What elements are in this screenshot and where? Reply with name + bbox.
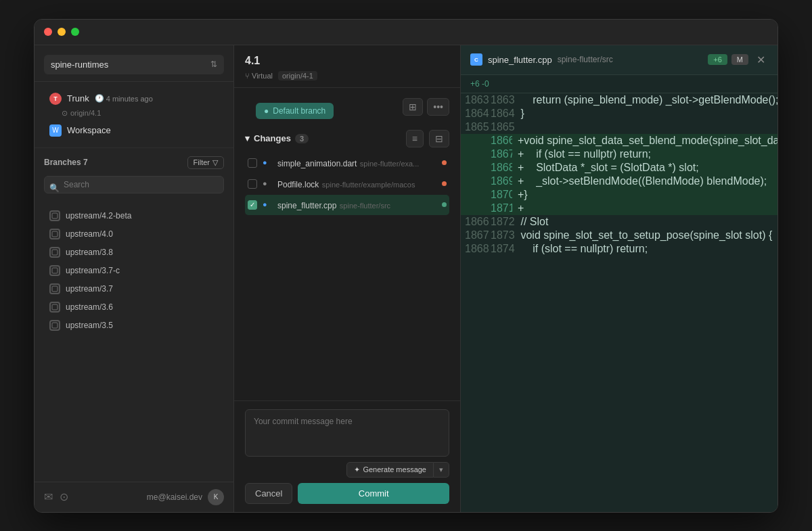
change-checkbox[interactable]: ✓ <box>248 200 257 210</box>
check-icon: ● <box>264 106 269 116</box>
mail-icon[interactable]: ✉ <box>44 490 53 503</box>
branch-item[interactable]: upstream/4.2-beta <box>44 207 224 225</box>
diff-row: 1869 + _slot->setBlendMode((BlendMode) b… <box>461 175 777 188</box>
settings-icon[interactable]: ⊙ <box>60 490 68 503</box>
generate-message-button[interactable]: ✦ Generate message <box>346 462 434 478</box>
change-checkbox[interactable] <box>248 158 257 168</box>
list-view-button[interactable]: ≡ <box>406 130 424 147</box>
maximize-button[interactable] <box>71 28 79 36</box>
middle-header: 4.1 ⑂ Virtual origin/4-1 <box>234 45 460 88</box>
diff-code: + SlotData *_slot = (SlotData *) slot; <box>512 161 777 175</box>
change-checkbox[interactable] <box>248 179 257 189</box>
change-item[interactable]: ✓ ● spine_flutter.cpp spine-flutter/src <box>245 195 449 215</box>
branch-item-label: upstream/3.8 <box>66 248 113 257</box>
diff-code <box>512 120 777 134</box>
diff-new-ln: 1870 <box>487 188 512 202</box>
change-file-info: Podfile.lock spine-flutter/example/macos <box>277 178 436 190</box>
changes-header: ▾ Changes 3 ≡ ⊟ <box>245 124 449 153</box>
branches-title: Branches 7 <box>44 158 88 167</box>
commit-actions: Cancel Commit <box>245 483 449 504</box>
svg-rect-0 <box>52 213 58 218</box>
diff-old-ln: 1866 <box>461 215 487 229</box>
collapse-icon: ▾ <box>245 133 250 143</box>
diff-row: 1863 1863 return (spine_blend_mode) _slo… <box>461 93 777 107</box>
change-filename: simple_animation.dart <box>277 159 357 168</box>
commit-message-input[interactable] <box>245 409 449 457</box>
cancel-button[interactable]: Cancel <box>245 483 292 504</box>
diff-code: +} <box>512 188 777 202</box>
default-branch-button[interactable]: ● Default branch <box>256 103 334 119</box>
branch-item[interactable]: upstream/3.8 <box>44 244 224 261</box>
commit-area: ✦ Generate message ▾ Cancel Commit <box>234 400 460 512</box>
branch-item[interactable]: upstream/3.7-c <box>44 262 224 279</box>
workspace-icon: W <box>49 124 62 137</box>
sparkle-icon: ✦ <box>354 465 360 474</box>
change-filename: spine_flutter.cpp <box>277 201 336 210</box>
branch-item[interactable]: upstream/3.7 <box>44 280 224 298</box>
branch-item-icon <box>49 283 60 294</box>
right-panel: C spine_flutter.cpp spine-flutter/src +6… <box>461 45 777 512</box>
diff-code: + _slot->setBlendMode((BlendMode) blendM… <box>512 175 777 188</box>
diff-old-ln: 1864 <box>461 107 487 120</box>
right-title: C spine_flutter.cpp spine-flutter/src <box>470 53 613 66</box>
close-button[interactable] <box>44 28 52 36</box>
diff-old-ln: 1863 <box>461 93 487 107</box>
changes-count: 3 <box>295 134 309 143</box>
svg-rect-1 <box>52 231 58 237</box>
branches-section: Branches 7 Filter ▽ 🔍 upstream/4.2-beta <box>35 148 233 482</box>
middle-panel: 4.1 ⑂ Virtual origin/4-1 ● Default branc… <box>234 45 461 512</box>
diff-row: 1871 + <box>461 202 777 215</box>
diff-filename: spine_flutter.cpp <box>488 55 552 65</box>
diff-badges: +6 M <box>708 54 748 65</box>
trunk-info: Trunk 🕐 4 minutes ago <box>67 93 153 103</box>
change-item[interactable]: ● simple_animation.dart spine-flutter/ex… <box>245 153 449 173</box>
diff-new-ln: 1874 <box>487 242 512 256</box>
generate-dropdown-button[interactable]: ▾ <box>434 462 449 478</box>
file-icon: ● <box>263 179 272 189</box>
diff-old-ln: 1867 <box>461 229 487 242</box>
commit-button[interactable]: Commit <box>298 483 449 504</box>
more-options-button[interactable]: ••• <box>427 98 449 116</box>
diff-row: 1864 1864 } <box>461 107 777 120</box>
diff-code: } <box>512 107 777 120</box>
main-content: spine-runtimes ⇅ T Trunk 🕐 4 minutes ago <box>35 45 777 512</box>
generate-row: ✦ Generate message ▾ <box>245 462 449 478</box>
trunk-item[interactable]: T Trunk 🕐 4 minutes ago <box>44 89 224 109</box>
branch-item[interactable]: upstream/3.5 <box>44 317 224 334</box>
change-filename: Podfile.lock <box>277 180 319 189</box>
diff-content[interactable]: 1863 1863 return (spine_blend_mode) _slo… <box>461 93 777 512</box>
diff-old-ln: 1868 <box>461 242 487 256</box>
search-input[interactable] <box>44 176 224 193</box>
change-item[interactable]: ● Podfile.lock spine-flutter/example/mac… <box>245 174 449 194</box>
diff-code: + if (slot == nullptr) return; <box>512 147 777 161</box>
clock-icon: 🕐 <box>95 94 104 103</box>
diff-row: 1865 1865 <box>461 120 777 134</box>
close-diff-button[interactable]: ✕ <box>754 52 768 68</box>
diff-new-ln: 1872 <box>487 215 512 229</box>
svg-rect-3 <box>52 268 58 273</box>
repo-selector[interactable]: spine-runtimes ⇅ <box>44 55 224 74</box>
diff-new-ln: 1864 <box>487 107 512 120</box>
minimize-button[interactable] <box>58 28 66 36</box>
branch-item-label: upstream/4.2-beta <box>66 211 131 221</box>
tree-view-button[interactable]: ⊟ <box>429 130 449 147</box>
workspace-item[interactable]: W Workspace <box>44 120 224 141</box>
toggle-view-button[interactable]: ⊞ <box>403 98 423 116</box>
change-status-dot <box>442 160 447 165</box>
panel-title: 4.1 <box>245 55 449 67</box>
sidebar: spine-runtimes ⇅ T Trunk 🕐 4 minutes ago <box>35 45 234 512</box>
diff-new-ln: 1867 <box>487 147 512 161</box>
filter-button[interactable]: Filter ▽ <box>187 156 224 169</box>
branch-item[interactable]: upstream/4.0 <box>44 225 224 243</box>
diff-lines: 1863 1863 return (spine_blend_mode) _slo… <box>461 93 777 256</box>
diff-old-ln <box>461 175 487 188</box>
diff-row: 1866 +void spine_slot_data_set_blend_mod… <box>461 134 777 147</box>
virtual-badge: ⑂ Virtual <box>245 72 273 80</box>
branch-item-icon <box>49 320 60 331</box>
changes-title: ▾ Changes 3 <box>245 133 309 143</box>
modified-badge: M <box>731 54 748 65</box>
chevron-updown-icon: ⇅ <box>210 60 217 69</box>
diff-row: 1866 1872 // Slot <box>461 215 777 229</box>
trunk-time: 🕐 4 minutes ago <box>95 94 153 103</box>
branch-item[interactable]: upstream/3.6 <box>44 298 224 316</box>
